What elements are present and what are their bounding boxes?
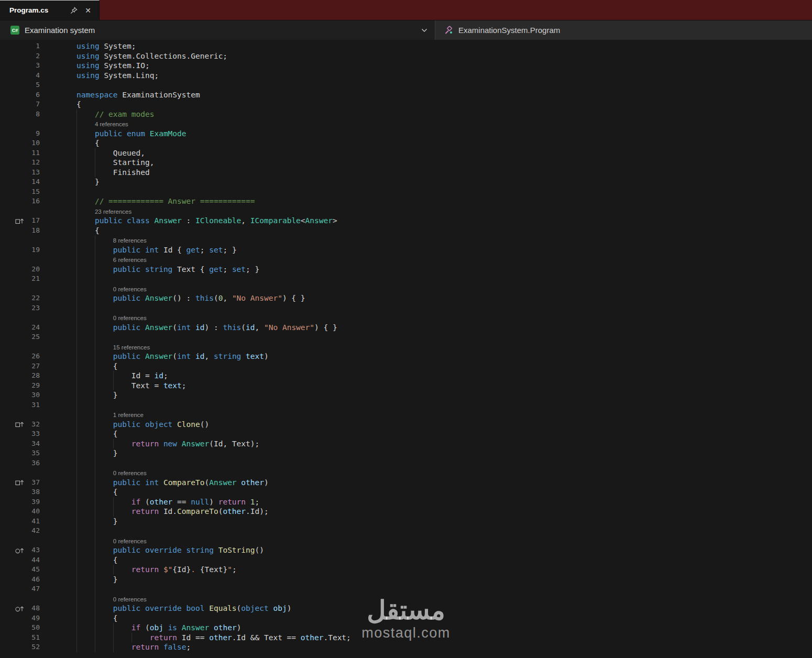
line-number[interactable]: 19 <box>26 245 40 255</box>
line-number[interactable]: 41 <box>26 517 40 527</box>
code-line[interactable]: 1using System; <box>0 41 812 51</box>
line-number[interactable]: 46 <box>26 575 40 585</box>
line-number[interactable]: 44 <box>26 555 40 565</box>
line-number[interactable] <box>26 594 40 604</box>
override-icon[interactable] <box>0 604 26 613</box>
line-number[interactable]: 31 <box>26 400 40 410</box>
code-line[interactable]: 32 public object Clone() <box>0 420 812 430</box>
code-line[interactable]: 31 <box>0 400 812 410</box>
line-number[interactable]: 12 <box>26 158 40 168</box>
override-icon[interactable] <box>0 545 26 555</box>
code-cell[interactable]: 1 reference <box>40 410 812 420</box>
line-number[interactable] <box>26 313 40 323</box>
code-cell[interactable]: } <box>40 177 812 187</box>
code-line[interactable]: 38 { <box>0 487 812 497</box>
code-line[interactable]: 24 public Answer(int id) : this(id, "No … <box>0 323 812 333</box>
line-number[interactable] <box>26 342 40 352</box>
code-cell[interactable]: public override string ToString() <box>40 545 812 555</box>
code-cell[interactable]: public string Text { get; set; } <box>40 265 812 275</box>
line-number[interactable]: 52 <box>26 642 40 652</box>
code-line[interactable]: 19 public int Id { get; set; } <box>0 245 812 255</box>
code-line[interactable]: 50 if (obj is Answer other) <box>0 623 812 633</box>
code-line[interactable]: 40 return Id.CompareTo(other.Id); <box>0 507 812 517</box>
code-cell[interactable]: return Id.CompareTo(other.Id); <box>40 507 812 517</box>
code-cell[interactable]: return $"{Id}. {Text}"; <box>40 565 812 575</box>
codelens-row[interactable]: 0 references <box>0 536 812 546</box>
code-cell[interactable]: public int Id { get; set; } <box>40 245 812 255</box>
line-number[interactable] <box>26 255 40 265</box>
line-number[interactable]: 50 <box>26 623 40 633</box>
code-line[interactable]: 15 <box>0 187 812 197</box>
line-number[interactable]: 45 <box>26 565 40 575</box>
line-number[interactable]: 27 <box>26 361 40 371</box>
line-number[interactable] <box>26 119 40 129</box>
line-number[interactable]: 34 <box>26 439 40 449</box>
code-cell[interactable]: using System.Linq; <box>40 71 812 81</box>
line-number[interactable]: 17 <box>26 216 40 226</box>
line-number[interactable]: 47 <box>26 584 40 594</box>
code-cell[interactable]: return new Answer(Id, Text); <box>40 439 812 449</box>
code-cell[interactable]: public enum ExamMode <box>40 129 812 139</box>
pin-icon[interactable] <box>69 6 79 15</box>
code-cell[interactable]: } <box>40 575 812 585</box>
line-number[interactable]: 7 <box>26 100 40 109</box>
line-number[interactable] <box>26 206 40 216</box>
codelens-row[interactable]: 6 references <box>0 255 812 265</box>
code-cell[interactable]: { <box>40 226 812 236</box>
code-cell[interactable] <box>40 584 812 594</box>
code-line[interactable]: 30 } <box>0 390 812 400</box>
code-line[interactable]: 17 public class Answer : ICloneable, ICo… <box>0 216 812 226</box>
code-line[interactable]: 23 <box>0 303 812 313</box>
code-cell[interactable]: public int CompareTo(Answer other) <box>40 478 812 488</box>
code-line[interactable]: 25 <box>0 332 812 342</box>
code-line[interactable]: 35 } <box>0 448 812 458</box>
line-number[interactable]: 4 <box>26 71 40 81</box>
code-line[interactable]: 5 <box>0 80 812 90</box>
code-line[interactable]: 46 } <box>0 575 812 585</box>
codelens-references[interactable]: 0 references <box>113 286 147 292</box>
line-number[interactable]: 38 <box>26 487 40 497</box>
line-number[interactable]: 39 <box>26 497 40 507</box>
codelens-references[interactable]: 0 references <box>113 470 147 476</box>
code-line[interactable]: 27 { <box>0 361 812 371</box>
code-line[interactable]: 21 <box>0 274 812 284</box>
code-cell[interactable]: using System.IO; <box>40 61 812 71</box>
code-cell[interactable]: public override bool Equals(object obj) <box>40 604 812 613</box>
code-cell[interactable]: using System.Collections.Generic; <box>40 51 812 61</box>
line-number[interactable]: 33 <box>26 429 40 439</box>
line-number[interactable]: 43 <box>26 545 40 555</box>
code-cell[interactable]: 4 references <box>40 119 812 129</box>
codelens-row[interactable]: 0 references <box>0 313 812 323</box>
close-icon[interactable]: ✕ <box>83 6 93 15</box>
chevron-down-icon[interactable] <box>421 28 427 32</box>
code-line[interactable]: 28 Id = id; <box>0 371 812 381</box>
code-cell[interactable] <box>40 332 812 342</box>
code-line[interactable]: 45 return $"{Id}. {Text}"; <box>0 565 812 575</box>
line-number[interactable]: 35 <box>26 448 40 458</box>
code-cell[interactable]: public class Answer : ICloneable, ICompa… <box>40 216 812 226</box>
code-line[interactable]: 3using System.IO; <box>0 61 812 71</box>
code-line[interactable]: 42 <box>0 526 812 536</box>
code-cell[interactable]: if (obj is Answer other) <box>40 623 812 633</box>
code-cell[interactable]: } <box>40 517 812 527</box>
codelens-row[interactable]: 0 references <box>0 284 812 294</box>
line-number[interactable]: 8 <box>26 109 40 119</box>
codelens-row[interactable]: 4 references <box>0 119 812 129</box>
code-cell[interactable]: return false; <box>40 642 812 652</box>
code-cell[interactable] <box>40 303 812 313</box>
code-cell[interactable]: { <box>40 361 812 371</box>
code-cell[interactable]: { <box>40 429 812 439</box>
line-number[interactable]: 48 <box>26 604 40 613</box>
code-line[interactable]: 37 public int CompareTo(Answer other) <box>0 478 812 488</box>
line-number[interactable]: 9 <box>26 129 40 139</box>
code-cell[interactable] <box>40 80 812 90</box>
code-cell[interactable]: // exam modes <box>40 109 812 119</box>
code-line[interactable]: 18 { <box>0 226 812 236</box>
implements-icon[interactable] <box>0 216 26 226</box>
code-cell[interactable]: 0 references <box>40 594 812 604</box>
code-cell[interactable]: Finished <box>40 168 812 178</box>
code-line[interactable]: 13 Finished <box>0 168 812 178</box>
code-line[interactable]: 12 Starting, <box>0 158 812 168</box>
line-number[interactable]: 26 <box>26 352 40 361</box>
codelens-row[interactable]: 23 references <box>0 206 812 216</box>
